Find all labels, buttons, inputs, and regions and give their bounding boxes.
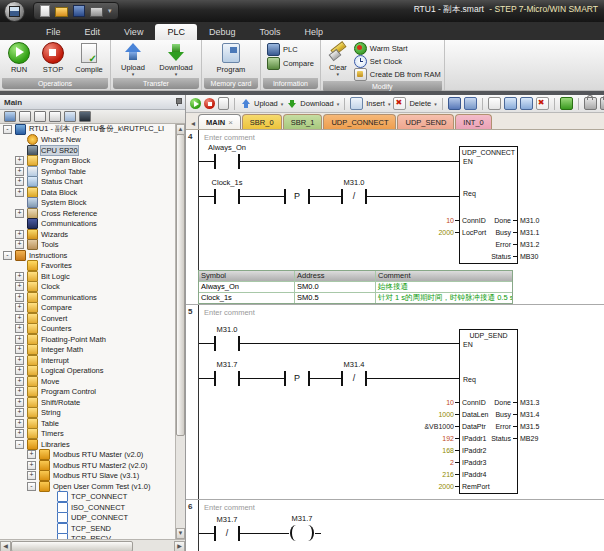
tree-item[interactable]: + Wizards <box>0 229 176 240</box>
upload-icon[interactable] <box>240 98 251 109</box>
upload-label[interactable]: Upload <box>254 99 278 108</box>
editor-tab[interactable]: MAIN × <box>198 114 241 129</box>
contact-m31-7[interactable]: M31.7 <box>214 371 240 386</box>
symbol-table-row[interactable]: Clock_1s SM0.5 针对 1 s的周期时间，时钟脉冲接通 0.5 s，… <box>199 292 512 303</box>
tree-item[interactable]: + Cross Reference <box>0 208 176 219</box>
communications-icon[interactable] <box>79 111 91 122</box>
tree-item[interactable]: + Compare <box>0 303 176 314</box>
output-value[interactable]: M31.0 <box>518 217 539 224</box>
expander-icon[interactable]: + <box>27 450 36 459</box>
scrollbar-thumb[interactable] <box>176 134 185 436</box>
editor-tab[interactable]: UDP_SEND <box>397 114 454 129</box>
next-bookmark-icon[interactable] <box>504 97 517 110</box>
scroll-down-icon[interactable]: ▼ <box>176 528 185 539</box>
ladder-editor-canvas[interactable]: 4 Enter comment Always_On Clock_1s P <box>186 130 604 551</box>
block-input-row[interactable]: 2 IPaddr3 <box>399 456 490 468</box>
tree-item[interactable]: + Modbus RTU Master2 (v2.0) <box>0 460 176 471</box>
scrollbar-thumb[interactable] <box>11 541 133 551</box>
network-comment[interactable]: Enter comment <box>204 133 255 142</box>
print-icon[interactable] <box>90 7 103 17</box>
expander-icon[interactable]: - <box>3 125 12 134</box>
block-output-row[interactable]: Status MB30 <box>476 250 539 262</box>
upload-dropdown-icon[interactable]: ▾ <box>132 72 135 76</box>
new-file-icon[interactable] <box>40 5 50 17</box>
insert-icon[interactable] <box>350 97 363 110</box>
tree-item[interactable]: + Table <box>0 418 176 429</box>
block-output-row[interactable]: Status MB29 <box>476 432 539 444</box>
stop-icon[interactable] <box>204 98 215 109</box>
contact-m31-7-nc[interactable]: M31.7 / <box>214 526 240 541</box>
ribbon-tab[interactable]: Help <box>292 24 335 40</box>
contact-m31-0-nc[interactable]: M31.0 / <box>341 189 367 204</box>
tree-item[interactable]: - Libraries <box>0 439 176 450</box>
block-input-row[interactable]: 10 ConnID <box>399 214 486 226</box>
compile-icon[interactable] <box>218 97 229 110</box>
ribbon-tab[interactable]: PLC <box>155 24 197 40</box>
symbol-table-icon[interactable] <box>34 111 46 122</box>
block-input-row[interactable]: 2000 LocPort <box>399 226 486 238</box>
output-value[interactable]: M31.1 <box>518 229 539 236</box>
tree-item[interactable]: + Logical Operations <box>0 366 176 377</box>
block-output-row[interactable]: Busy M31.1 <box>476 226 539 238</box>
expander-icon[interactable]: + <box>15 303 24 312</box>
open-file-icon[interactable] <box>55 7 68 17</box>
clear-bookmark-icon[interactable] <box>536 97 549 110</box>
expander-icon[interactable]: + <box>15 387 24 396</box>
save-icon[interactable] <box>73 5 85 17</box>
tree-vertical-scrollbar[interactable]: ▲ ▼ <box>175 124 185 539</box>
tree-horizontal-scrollbar[interactable]: ◀ ▶ <box>0 539 185 551</box>
coil-m31-7[interactable]: M31.7 <box>289 525 315 541</box>
contact-m31-4-nc[interactable]: M31.4 / <box>341 371 367 386</box>
compare-button[interactable]: Compare <box>267 57 314 70</box>
warm-start-button[interactable]: Warm Start <box>354 42 441 55</box>
tree-item[interactable]: - Instructions <box>0 250 176 261</box>
tab-scroll-left-icon[interactable]: ◂ <box>188 119 198 129</box>
download-label[interactable]: Download <box>300 99 333 108</box>
input-value[interactable]: 10 <box>399 399 455 406</box>
expander-icon[interactable]: + <box>15 408 24 417</box>
stop-button[interactable]: STOP <box>37 42 69 74</box>
contact-m31-0[interactable]: M31.0 <box>214 336 240 351</box>
symbol-table-row[interactable]: Always_On SM0.0 始终接通 <box>199 281 512 292</box>
block-output-row[interactable]: Done M31.3 <box>476 396 539 408</box>
output-value[interactable]: MB29 <box>518 435 538 442</box>
set-clock-button[interactable]: Set Clock <box>354 55 441 68</box>
clear-dropdown-icon[interactable]: ▾ <box>337 72 340 76</box>
block-output-row[interactable]: Busy M31.4 <box>476 408 539 420</box>
expander-icon[interactable]: - <box>15 440 24 449</box>
lock-icon[interactable] <box>584 97 597 110</box>
expander-icon[interactable]: + <box>15 398 24 407</box>
tree-item[interactable]: + Clock <box>0 282 176 293</box>
ribbon-tab[interactable]: View <box>112 24 155 40</box>
tree-item[interactable]: What's New <box>0 135 176 146</box>
tree-item[interactable]: + Move <box>0 376 176 387</box>
download-button[interactable]: Download▾ <box>154 42 198 76</box>
input-value[interactable]: 192 <box>399 435 455 442</box>
tree-item[interactable]: + Program Control <box>0 387 176 398</box>
tree-item[interactable]: ISO_CONNECT <box>0 502 176 513</box>
network-comment[interactable]: Enter comment <box>204 308 255 317</box>
plc-info-button[interactable]: PLC <box>267 43 298 56</box>
tab-close-icon[interactable]: × <box>228 118 233 127</box>
output-value[interactable]: MB30 <box>518 253 538 260</box>
tree-item[interactable]: CPU SR20 <box>0 145 176 156</box>
open-project-icon[interactable] <box>4 111 16 122</box>
tree-item[interactable]: + Data Block <box>0 187 176 198</box>
program-block-icon[interactable] <box>19 111 31 122</box>
expander-icon[interactable]: + <box>15 314 24 323</box>
pin-icon[interactable] <box>175 98 181 106</box>
expander-icon[interactable]: + <box>15 356 24 365</box>
editor-tab[interactable]: UDP_CONNECT <box>323 114 396 129</box>
expander-icon[interactable]: + <box>15 240 24 249</box>
delete-icon[interactable] <box>393 97 406 110</box>
symbol-view-icon[interactable] <box>464 97 477 110</box>
tree-item[interactable]: + Modbus RTU Master (v2.0) <box>0 450 176 461</box>
tree-item[interactable]: + Timers <box>0 429 176 440</box>
tree-item[interactable]: TCP_CONNECT <box>0 492 176 503</box>
expander-icon[interactable]: + <box>15 156 24 165</box>
tree-item[interactable]: + Interrupt <box>0 355 176 366</box>
expander-icon[interactable]: + <box>27 461 36 470</box>
create-db-button[interactable]: Create DB from RAM <box>354 68 441 81</box>
block-output-row[interactable]: Error M31.2 <box>476 238 539 250</box>
tree-item[interactable]: + Shift/Rotate <box>0 397 176 408</box>
